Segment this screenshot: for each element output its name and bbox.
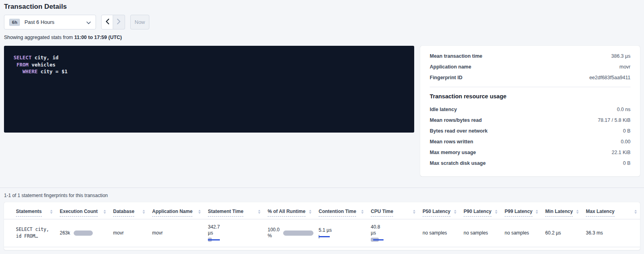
sql-statement-box: SELECT city, id FROM vehicles WHERE city… [4,46,414,133]
summary-label: Idle latency [430,107,457,112]
column-header-min-latency[interactable]: Min Latency [541,202,582,219]
column-header-database[interactable]: Database [109,202,148,219]
statement-time-bar [208,238,228,242]
column-header-p99-latency[interactable]: P99 Latency [501,202,541,219]
time-range-dropdown[interactable]: 6h Past 6 Hours [4,15,96,29]
chevron-down-icon [86,19,91,26]
cpu-time-value: 40.8 [371,224,415,230]
summary-label: Fingerprint ID [430,75,462,80]
sort-arrows-icon[interactable] [143,210,145,215]
time-range-badge: 6h [9,19,20,26]
sql-keyword: FROM [17,62,29,68]
summary-value: movr [619,64,630,70]
sort-arrows-icon[interactable] [413,210,415,215]
p50-latency-cell: no samples [419,219,460,247]
page-title: Transaction Details [4,0,640,11]
min-latency-cell: 60.2 µs [541,219,582,247]
summary-value: 0.00 [621,139,630,145]
statement-time-unit: µs [208,230,260,236]
previous-interval-button[interactable] [101,15,113,29]
sort-arrows-icon[interactable] [258,210,260,215]
column-header-statements[interactable]: Statements [4,202,56,219]
execution-count-bar [74,231,93,236]
column-header-execution-count[interactable]: Execution Count [56,202,109,219]
summary-value: 0.0 ns [617,107,630,112]
statement-time-value: 342.7 [208,224,260,230]
summary-row: Mean transaction time 386.3 µs [430,51,630,61]
column-header-contention-time[interactable]: Contention Time [315,202,367,219]
sort-arrows-icon[interactable] [50,210,53,215]
summary-value: 386.3 µs [611,53,630,59]
table-header-row: Statements Execution Count Database Appl… [4,202,640,219]
column-header-p50-latency[interactable]: P50 Latency [419,202,460,219]
details-row: SELECT city, id FROM vehicles WHERE city… [4,46,640,176]
cpu-time-bar [371,238,384,242]
sort-arrows-icon[interactable] [634,210,637,215]
execution-count-value: 263k [60,230,70,236]
summary-row: Max scratch disk usage 0 B [430,158,630,168]
aggregated-stats-note: Showing aggregated stats from 11:00 to 1… [4,35,640,40]
sql-indent [14,62,17,68]
stats-note-range: 11:00 to 17:59 (UTC) [74,35,122,40]
statements-table-card: Statements Execution Count Database Appl… [4,202,640,250]
chevron-left-icon [106,19,109,26]
contention-time-cell: 5.1 µs [315,219,367,247]
sql-text: city = $1 [37,68,67,74]
sql-text: vehicles [29,62,56,68]
summary-label: Application name [430,64,471,70]
p90-latency-cell: no samples [460,219,501,247]
runtime-pct-unit: % [268,233,280,239]
column-header-max-latency[interactable]: Max Latency [582,202,640,219]
sort-arrows-icon[interactable] [454,210,456,215]
summary-row: Bytes read over network 0 B [430,125,630,136]
column-header-p90-latency[interactable]: P90 Latency [460,202,501,219]
sql-keyword: WHERE [23,68,38,74]
sql-keyword: SELECT [14,55,31,61]
summary-value: ee2df683f5aa9411 [589,75,630,80]
sort-arrows-icon[interactable] [576,210,579,215]
sql-indent [14,68,23,74]
stats-note-prefix: Showing aggregated stats from [4,35,74,40]
summary-value: 0 B [623,160,630,166]
contention-time-bar [319,234,331,238]
sort-arrows-icon[interactable] [309,210,311,215]
column-header-statement-time[interactable]: Statement Time [204,202,264,219]
summary-label: Max scratch disk usage [430,160,485,166]
time-controls: 6h Past 6 Hours Now [4,15,640,29]
sort-arrows-icon[interactable] [198,210,201,215]
summary-row: Fingerprint ID ee2df683f5aa9411 [430,72,630,83]
statement-text-line: id FROM… [16,233,53,240]
summary-label: Bytes read over network [430,128,487,134]
sort-arrows-icon[interactable] [104,210,106,215]
runtime-pct-cell: 100.0 % [264,219,315,247]
summary-label: Mean rows written [430,139,473,145]
contention-time-value: 5.1 µs [319,227,364,233]
application-name-cell: movr [148,219,204,247]
column-header-cpu-time[interactable]: CPU Time [367,202,419,219]
runtime-pct-bar [283,231,313,236]
next-interval-button[interactable] [113,15,125,29]
statements-table: Statements Execution Count Database Appl… [4,202,640,247]
sort-arrows-icon[interactable] [495,210,497,215]
sort-arrows-icon[interactable] [361,210,364,215]
statement-cell[interactable]: SELECT city, id FROM… [4,219,56,247]
statement-row: SELECT city, id FROM… 263k movr movr [4,219,640,247]
database-cell: movr [109,219,148,247]
chevron-right-icon [117,19,121,26]
summary-value: 78.17 / 5.8 KiB [598,117,630,123]
summary-row: Application name movr [430,61,630,72]
column-header-application-name[interactable]: Application Name [148,202,204,219]
sql-text: city, id [31,55,59,61]
now-button[interactable]: Now [130,15,149,29]
execution-count-cell: 263k [56,219,109,247]
statement-time-cell: 342.7 µs [204,219,264,247]
summary-row: Idle latency 0.0 ns [430,104,630,115]
time-range-label: Past 6 Hours [24,19,82,25]
summary-row: Mean rows written 0.00 [430,136,630,147]
sort-arrows-icon[interactable] [536,210,538,215]
column-header-runtime-pct[interactable]: % of All Runtime [264,202,315,219]
transaction-summary-card: Mean transaction time 386.3 µs Applicati… [420,46,640,176]
summary-divider [430,87,630,87]
sql-line: WHERE city = $1 [14,68,405,75]
cpu-time-unit: µs [371,230,415,236]
